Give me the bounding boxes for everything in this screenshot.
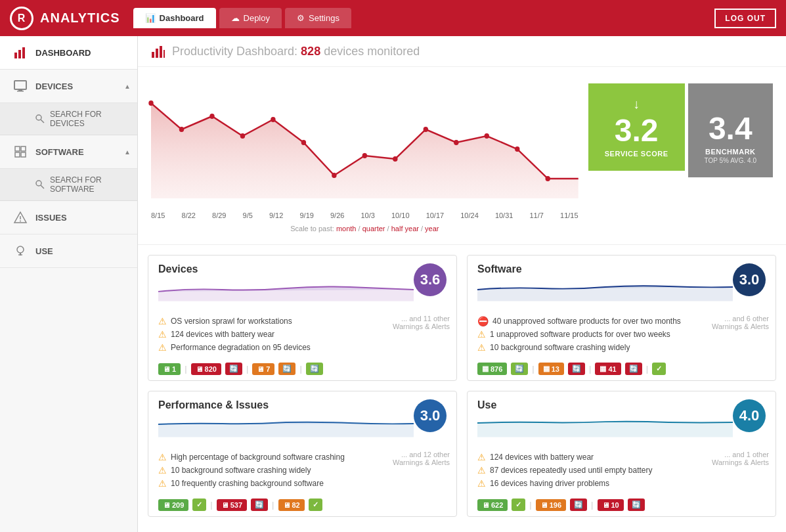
- sidebar-item-devices[interactable]: DEVICES ▲: [0, 70, 137, 103]
- sidebar-item-dashboard[interactable]: DASHBOARD: [0, 36, 137, 70]
- svg-point-31: [362, 153, 367, 158]
- svg-rect-22: [160, 46, 162, 58]
- performance-alerts: ⚠High percentage of background software …: [148, 447, 386, 493]
- sidebar: DASHBOARD DEVICES ▲ SEARCH FOR DEVICES S…: [0, 36, 138, 532]
- use-alerts: ⚠124 devices with battery wear ⚠87 devic…: [468, 447, 705, 493]
- page-title: Productivity Dashboard: 828 devices moni…: [172, 45, 420, 58]
- performance-card-header: Performance & Issues 3.0: [148, 391, 456, 447]
- svg-rect-20: [152, 52, 154, 58]
- sidebar-item-issues[interactable]: ISSUES: [0, 201, 137, 234]
- scale-year[interactable]: year: [425, 225, 439, 233]
- warning-icon: ⚠: [477, 478, 486, 489]
- tab-deploy[interactable]: ☁ Deploy: [219, 8, 282, 28]
- refresh-icon: 🔄: [572, 365, 581, 373]
- svg-rect-9: [21, 146, 26, 151]
- svg-point-34: [454, 140, 458, 145]
- svg-point-16: [20, 221, 21, 222]
- devices-side-note: ... and 11 otherWarnings & Alerts: [386, 311, 456, 357]
- alert-item: ⚠124 devices with battery wear: [477, 451, 695, 464]
- monitor-icon: 🖥: [482, 501, 489, 509]
- app-name: ANALYTICS: [40, 11, 120, 26]
- badge-refresh-orange: 🔄: [278, 363, 295, 375]
- alert-item: ⚠10 background software crashing widely: [477, 341, 695, 354]
- logout-button[interactable]: LOG OUT: [714, 9, 776, 28]
- monitor-icon: [13, 79, 28, 93]
- chart-scale: Scale to past: month / quarter / half ye…: [151, 223, 579, 234]
- svg-line-13: [41, 185, 44, 188]
- performance-alerts-row: ⚠High percentage of background software …: [148, 447, 456, 493]
- badge-perf-red2: 🔄: [251, 499, 268, 511]
- warning-icon: ⚠: [477, 465, 486, 476]
- svg-point-37: [546, 176, 550, 181]
- chart-dates: 8/15 8/22 8/29 9/5 9/12 9/19 9/26 10/3 1…: [151, 208, 579, 223]
- refresh-icon: 🔄: [515, 365, 524, 373]
- sidebar-sub-label: SEARCH FOR SOFTWARE: [50, 175, 124, 194]
- svg-point-35: [485, 133, 489, 139]
- divider: |: [246, 364, 248, 374]
- service-score-label: SERVICE SCORE: [605, 150, 668, 158]
- monitor-icon: 🖥: [163, 365, 170, 373]
- service-score-value: 3.2: [615, 115, 659, 146]
- alert-item: ⚠87 devices repeatedly used until empty …: [477, 464, 695, 477]
- chart-icon: [13, 45, 28, 60]
- search-icon: [35, 180, 45, 189]
- performance-side-note: ... and 12 otherWarnings & Alerts: [386, 447, 456, 493]
- grid-icon: ▦: [482, 365, 489, 373]
- performance-card: Performance & Issues 3.0 ⚠High: [148, 391, 457, 517]
- svg-point-6: [36, 115, 41, 120]
- scale-month[interactable]: month: [336, 225, 357, 233]
- warning-icon: ⚠: [477, 329, 486, 340]
- badge-sw-orange: ▦ 13: [538, 363, 564, 375]
- sidebar-label: USE: [35, 246, 53, 256]
- software-badges: ▦ 876 🔄 | ▦ 13 🔄 |: [468, 357, 775, 380]
- grid-icon: ▦: [543, 365, 550, 373]
- refresh-icon: 🔄: [282, 365, 292, 373]
- devices-alerts: ⚠OS version sprawl for workstations ⚠124…: [148, 311, 386, 357]
- divider: |: [646, 364, 648, 374]
- badge-sw-red: ▦ 41: [595, 363, 621, 375]
- use-score-badge: 4.0: [733, 399, 766, 432]
- sidebar-label: DASHBOARD: [35, 48, 91, 58]
- badge-sw-red-refresh: 🔄: [568, 363, 585, 375]
- settings-icon: ⚙: [297, 13, 305, 23]
- svg-point-25: [179, 127, 184, 132]
- badge-perf-green: 🖥 209: [158, 499, 188, 511]
- service-score-box: ↓ 3.2 SERVICE SCORE: [588, 83, 685, 171]
- sidebar-label: ISSUES: [35, 213, 67, 223]
- alert-item: ⚠High percentage of background software …: [158, 451, 376, 464]
- dashboard-icon: 📊: [145, 13, 156, 23]
- page-header: Productivity Dashboard: 828 devices moni…: [138, 36, 786, 67]
- warning-icon: ⚠: [158, 465, 167, 476]
- tab-settings[interactable]: ⚙ Settings: [285, 8, 351, 28]
- svg-rect-8: [15, 146, 20, 151]
- divider: |: [532, 364, 534, 374]
- sidebar-item-use[interactable]: USE: [0, 234, 137, 268]
- line-chart: [151, 77, 579, 208]
- svg-point-29: [301, 140, 306, 145]
- badge-sw-check: ✓: [652, 363, 666, 375]
- svg-point-36: [515, 146, 519, 152]
- scale-halfyear[interactable]: half year: [391, 225, 419, 233]
- badge-devices-green: 🖥 1: [158, 363, 181, 375]
- use-card: Use 4.0 ⚠124 devices with batte: [467, 391, 776, 517]
- sidebar-item-search-software[interactable]: SEARCH FOR SOFTWARE: [0, 169, 137, 201]
- score-arrow-down: ↓: [633, 97, 640, 112]
- warning-icon: ⚠: [158, 342, 167, 353]
- tab-dashboard[interactable]: 📊 Dashboard: [133, 8, 216, 28]
- score-container: ↓ 3.2 SERVICE SCORE 3.4 BENCHMARK TOP 5%…: [588, 77, 773, 234]
- warning-icon: ⚠: [477, 342, 486, 353]
- sidebar-item-software[interactable]: SOFTWARE ▲: [0, 135, 137, 169]
- svg-point-30: [332, 173, 336, 178]
- devices-card-title: Devices: [158, 263, 414, 275]
- sidebar-item-search-devices[interactable]: SEARCH FOR DEVICES: [0, 103, 137, 135]
- scale-quarter[interactable]: quarter: [362, 225, 385, 233]
- use-side-note: ... and 1 otherWarnings & Alerts: [705, 447, 775, 493]
- svg-point-32: [393, 156, 397, 162]
- monitor-icon: 🖥: [163, 501, 170, 509]
- benchmark-box: 3.4 BENCHMARK TOP 5% AVG. 4.0: [688, 83, 774, 177]
- performance-mini-chart: [158, 411, 414, 441]
- warning-icon: ⚠: [158, 478, 167, 489]
- software-card-title: Software: [477, 263, 733, 275]
- software-alerts-row: ⛔40 unapproved software products for ove…: [468, 311, 775, 357]
- badge-sw-refresh: 🔄: [511, 363, 528, 375]
